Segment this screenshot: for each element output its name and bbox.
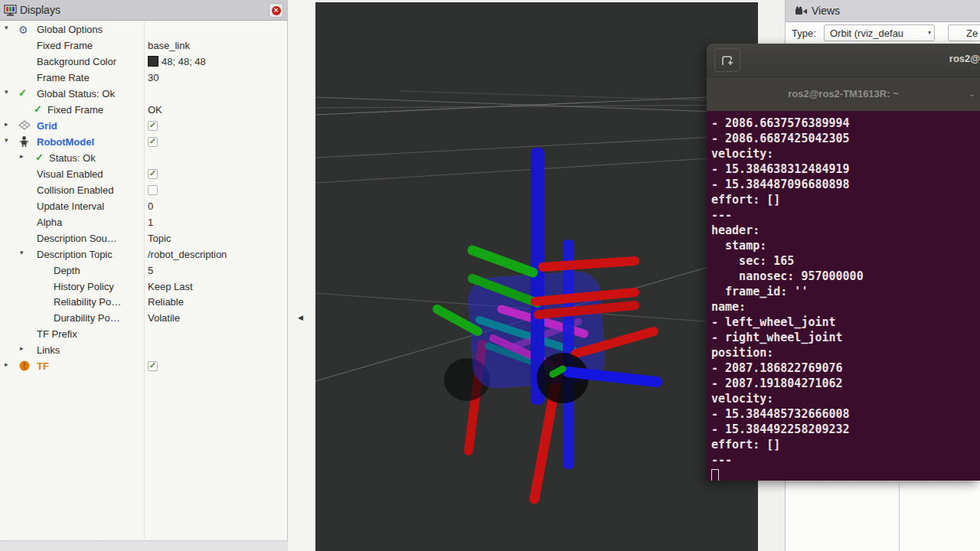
property-label: RobotModel: [37, 136, 94, 148]
display-row-global-status-ok[interactable]: ▾✓Global Status: Ok: [0, 86, 287, 102]
collapse-arrow-icon[interactable]: ▾: [20, 249, 24, 256]
view-type-dropdown[interactable]: Orbit (rviz_defau ▾: [824, 24, 935, 41]
expand-arrow-icon[interactable]: ▸: [20, 152, 24, 160]
property-label: Update Interval: [37, 201, 104, 212]
property-value[interactable]: 5: [148, 265, 153, 276]
display-row-grid[interactable]: ▸ Grid: [0, 118, 287, 134]
property-value[interactable]: 30: [148, 72, 158, 83]
property-label: Links: [37, 344, 60, 356]
property-label: Fixed Frame: [47, 104, 103, 116]
views-content-divider: [786, 482, 980, 483]
zero-button[interactable]: Ze: [948, 24, 980, 41]
rviz-window: Displays ✕ ▾⚙Global OptionsFixed Frameba…: [0, 0, 980, 551]
gear-icon: ⚙: [18, 24, 28, 36]
property-value[interactable]: Keep Last: [148, 281, 193, 292]
left-collapse-strip: ◀: [288, 0, 315, 551]
robot-icon: [18, 135, 30, 148]
grid-icon: [18, 120, 31, 130]
zero-button-label: Ze: [966, 28, 978, 39]
display-row-history-policy[interactable]: History PolicyKeep Last: [0, 279, 287, 295]
property-value[interactable]: Reliable: [148, 296, 184, 308]
collapse-handle-icon[interactable]: ◀: [298, 314, 303, 321]
displays-panel-titlebar[interactable]: Displays ✕: [0, 0, 287, 21]
property-label: Global Options: [37, 24, 103, 35]
property-value[interactable]: OK: [148, 104, 162, 116]
terminal-window[interactable]: ros2@ ros2@ros2-TM1613R: ~ ⌄ - 2086.6637…: [707, 44, 980, 481]
property-value[interactable]: base_link: [148, 40, 190, 51]
property-value[interactable]: 48; 48; 48: [148, 56, 206, 67]
display-row-reliability-po[interactable]: Reliability Po…Reliable: [0, 294, 287, 310]
viewport-scene: [315, 0, 758, 551]
terminal-line: stamp:: [711, 238, 980, 253]
collapse-arrow-icon[interactable]: ▾: [5, 24, 8, 31]
displays-close-button[interactable]: ✕: [269, 3, 283, 18]
enabled-checkbox[interactable]: [148, 137, 158, 147]
display-row-links[interactable]: ▸Links: [0, 342, 287, 358]
terminal-line: - 15.384492258209232: [711, 422, 980, 437]
render-viewport[interactable]: [315, 0, 758, 551]
property-label: Alpha: [37, 217, 62, 228]
property-label: Description Sou…: [37, 233, 117, 244]
video-camera-icon: [795, 6, 808, 17]
terminal-titlebar[interactable]: ros2@: [707, 44, 980, 77]
terminal-tabbar: ros2@ros2-TM1613R: ~ ⌄: [707, 77, 980, 112]
gear-icon-wrap: ⚙: [18, 23, 31, 36]
property-value[interactable]: 1: [148, 217, 153, 228]
expand-arrow-icon[interactable]: ▸: [5, 120, 8, 128]
display-row-status-ok[interactable]: ▸✓Status: Ok: [0, 150, 287, 166]
collapse-arrow-icon[interactable]: ▾: [5, 88, 8, 96]
terminal-line: nanosec: 957000000: [711, 269, 980, 284]
property-label: Background Color: [37, 56, 116, 67]
display-row-fixed-frame[interactable]: Fixed Framebase_link: [0, 37, 287, 54]
property-value[interactable]: /robot_description: [148, 249, 227, 260]
property-label: Reliability Po…: [54, 296, 121, 308]
color-swatch: [148, 56, 158, 67]
display-row-description-sou[interactable]: Description Sou…Topic: [0, 230, 287, 246]
expand-arrow-icon[interactable]: ▸: [20, 344, 24, 352]
terminal-line: effort: []: [711, 437, 980, 452]
display-row-robotmodel[interactable]: ▾ RobotModel: [0, 134, 287, 150]
display-row-background-color[interactable]: Background Color48; 48; 48: [0, 54, 287, 70]
display-row-tf[interactable]: ▸ TF: [0, 358, 287, 374]
display-row-fixed-frame[interactable]: ✓Fixed FrameOK: [0, 102, 287, 118]
new-tab-button[interactable]: [714, 48, 740, 72]
display-row-global-options[interactable]: ▾⚙Global Options: [0, 21, 287, 37]
terminal-line: - 15.384485732666008: [711, 406, 980, 422]
expand-arrow-icon[interactable]: ▸: [5, 360, 8, 368]
display-row-depth[interactable]: Depth5: [0, 262, 287, 279]
display-row-collision-enabled[interactable]: Collision Enabled: [0, 182, 287, 198]
close-icon: ✕: [272, 6, 281, 15]
display-row-visual-enabled[interactable]: Visual Enabled: [0, 166, 287, 182]
enabled-checkbox[interactable]: [148, 361, 158, 371]
terminal-line: - right_wheel_joint: [711, 330, 980, 345]
property-label: Grid: [37, 120, 57, 132]
status-ok-check-icon: ✓: [18, 87, 31, 100]
display-row-tf-prefix[interactable]: TF Prefix: [0, 326, 287, 342]
property-value[interactable]: Topic: [148, 233, 171, 244]
terminal-line: - 15.384638312484919: [711, 161, 980, 177]
views-panel-titlebar[interactable]: Views: [786, 0, 980, 22]
display-row-frame-rate[interactable]: Frame Rate30: [0, 70, 287, 86]
enabled-checkbox[interactable]: [148, 169, 158, 179]
enabled-checkbox[interactable]: [148, 121, 158, 131]
terminal-prompt-line: [711, 468, 980, 481]
displays-panel: Displays ✕ ▾⚙Global OptionsFixed Frameba…: [0, 0, 288, 540]
terminal-tab[interactable]: ros2@ros2-TM1613R: ~: [707, 88, 980, 99]
property-label: Global Status: Ok: [37, 88, 115, 99]
display-row-update-interval[interactable]: Update Interval0: [0, 198, 287, 214]
views-vertical-divider[interactable]: [899, 484, 900, 551]
property-label: Fixed Frame: [37, 40, 93, 51]
display-row-alpha[interactable]: Alpha1: [0, 214, 287, 230]
chevron-down-icon[interactable]: ⌄: [969, 90, 975, 98]
property-label: Status: Ok: [49, 152, 96, 164]
collapse-arrow-icon[interactable]: ▾: [5, 136, 8, 144]
enabled-checkbox[interactable]: [148, 185, 158, 195]
property-value[interactable]: Volatile: [148, 312, 180, 324]
terminal-line: header:: [711, 223, 980, 238]
display-row-description-topic[interactable]: ▾Description Topic/robot_description: [0, 246, 287, 262]
display-row-durability-po[interactable]: Durability Po…Volatile: [0, 310, 287, 326]
status-ok-check-icon: ✓: [35, 152, 48, 165]
property-value[interactable]: 0: [148, 201, 153, 212]
robot-icon-wrap: [18, 135, 31, 148]
terminal-title-text: ros2@: [949, 53, 980, 64]
